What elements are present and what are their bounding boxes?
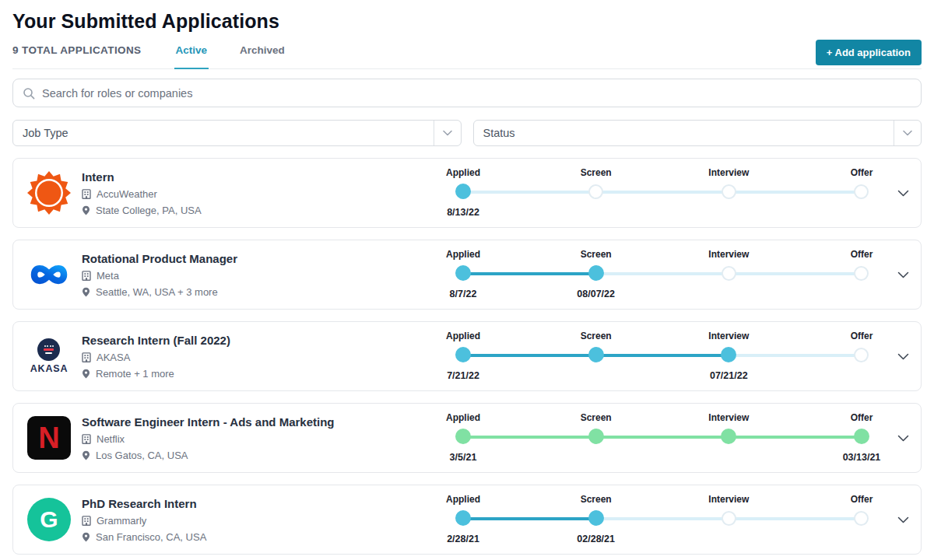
company-logo: AKASA <box>27 334 71 378</box>
stage-dot <box>455 429 471 444</box>
stage-label: Offer <box>851 494 873 506</box>
accuweather-sun-logo <box>27 171 71 215</box>
timeline-stage: Applied 8/7/22 <box>432 246 494 303</box>
location-text: San Francisco, CA, USA <box>96 531 206 543</box>
application-card[interactable]: AKASA Research Intern (Fall 2022) AKASA <box>12 321 922 391</box>
timeline-stages: Applied 8/13/22 Screen Interview Offer <box>432 164 893 222</box>
stage-label: Screen <box>581 412 612 424</box>
netflix-logo: N <box>27 416 71 460</box>
stage-dot <box>854 348 869 362</box>
location-pin-icon <box>82 287 90 297</box>
application-list: Intern AccuWeather State College, PA, US… <box>12 158 922 555</box>
building-icon <box>82 271 91 281</box>
search-box <box>12 79 922 107</box>
location-row: State College, PA, USA <box>82 205 424 216</box>
expand-card-chevron-down-icon[interactable] <box>893 158 913 228</box>
stage-date: 8/13/22 <box>447 207 479 219</box>
timeline-stage: Screen 02/28/21 <box>565 491 627 548</box>
location-row: Seattle, WA, USA + 3 more <box>82 286 424 298</box>
application-info: Research Intern (Fall 2022) AKASA Remote… <box>82 334 432 380</box>
meta-infinity-logo <box>27 253 71 296</box>
location-pin-icon <box>82 532 90 542</box>
stage-label: Screen <box>581 331 612 342</box>
stage-date: 07/21/22 <box>710 370 748 382</box>
timeline-stage: Screen <box>565 164 627 222</box>
expand-card-chevron-down-icon[interactable] <box>893 403 913 473</box>
page-title: Your Submitted Applications <box>12 10 922 33</box>
stage-date: 08/07/22 <box>577 289 615 300</box>
timeline-stage: Interview <box>697 409 760 467</box>
timeline-stages: Applied 8/7/22 Screen 08/07/22 Interview… <box>432 246 893 303</box>
company-name: Grammarly <box>97 515 146 527</box>
page: Your Submitted Applications 9 TOTAL APPL… <box>0 10 934 555</box>
job-type-filter[interactable]: Job Type <box>12 120 462 146</box>
application-card[interactable]: Intern AccuWeather State College, PA, US… <box>12 158 922 228</box>
stage-dot <box>455 265 471 281</box>
company-logo: N <box>27 416 71 460</box>
timeline-stage: Applied 2/28/21 <box>432 491 494 548</box>
status-filter[interactable]: Status <box>473 120 922 146</box>
grammarly-logo: G <box>27 498 71 541</box>
building-icon <box>82 434 91 444</box>
stage-date: 7/21/22 <box>447 370 479 382</box>
location-text: Los Gatos, CA, USA <box>96 450 188 461</box>
timeline-stage: Screen 08/07/22 <box>565 246 627 303</box>
stage-date: 8/7/22 <box>450 289 477 300</box>
role-title: Rotational Product Manager <box>82 252 424 265</box>
company-logo <box>27 253 71 296</box>
application-card[interactable]: Rotational Product Manager Meta Seattle,… <box>12 240 922 310</box>
stage-dot <box>588 184 603 199</box>
timeline-stage: Interview 07/21/22 <box>697 327 760 385</box>
timeline-stage: Applied 7/21/22 <box>432 327 494 385</box>
stage-label: Applied <box>446 167 480 179</box>
timeline-stage: Applied 3/5/21 <box>432 409 494 467</box>
stage-label: Interview <box>708 249 749 261</box>
location-row: San Francisco, CA, USA <box>82 531 424 543</box>
timeline-stage: Screen <box>565 327 627 385</box>
stage-dot <box>588 347 604 362</box>
akasa-wordmark: AKASA <box>30 363 68 374</box>
timeline-stage: Offer 03/13/21 <box>830 409 893 467</box>
stage-label: Offer <box>851 412 873 424</box>
status-filter-label: Status <box>483 127 515 139</box>
stage-label: Interview <box>708 494 749 506</box>
expand-card-chevron-down-icon[interactable] <box>893 485 913 555</box>
add-application-button[interactable]: + Add application <box>816 40 922 65</box>
building-icon <box>82 516 91 526</box>
application-timeline: Applied 8/7/22 Screen 08/07/22 Interview… <box>432 246 893 303</box>
application-card[interactable]: N Software Engineer Intern - Ads and Mar… <box>12 403 922 473</box>
total-applications-label: 9 TOTAL APPLICATIONS <box>12 37 142 68</box>
tab-active[interactable]: Active <box>174 37 209 69</box>
location-text: Remote + 1 more <box>96 368 174 380</box>
application-timeline: Applied 3/5/21 Screen Interview Offer <box>432 409 893 467</box>
company-row: Netflix <box>82 433 424 445</box>
company-name: AKASA <box>97 352 130 363</box>
stage-dot <box>722 266 736 281</box>
filter-row: Job Type Status <box>12 120 922 146</box>
expand-card-chevron-down-icon[interactable] <box>893 240 913 310</box>
stage-label: Applied <box>446 412 480 424</box>
stage-dot <box>455 184 471 199</box>
stage-dot <box>722 511 736 526</box>
expand-card-chevron-down-icon[interactable] <box>893 321 913 391</box>
company-row: Grammarly <box>82 515 424 527</box>
company-name: AccuWeather <box>97 188 157 200</box>
stage-dot <box>854 184 869 199</box>
job-type-filter-label: Job Type <box>23 127 68 139</box>
location-text: State College, PA, USA <box>96 205 202 216</box>
stage-label: Interview <box>708 412 749 424</box>
chevron-down-icon[interactable] <box>434 121 461 145</box>
company-row: AKASA <box>82 352 424 363</box>
application-info: PhD Research Intern Grammarly San Franci… <box>82 497 432 543</box>
stage-label: Offer <box>851 249 873 261</box>
search-input[interactable] <box>42 87 911 100</box>
tab-archived[interactable]: Archived <box>238 37 286 68</box>
location-pin-icon <box>82 205 90 215</box>
stage-label: Offer <box>851 167 873 179</box>
timeline-stage: Applied 8/13/22 <box>432 164 494 222</box>
stage-date: 02/28/21 <box>577 534 615 545</box>
application-card[interactable]: G PhD Research Intern Grammarly San Fran… <box>12 485 922 555</box>
role-title: Software Engineer Intern - Ads and Marke… <box>82 415 424 429</box>
company-logo: G <box>27 498 71 541</box>
chevron-down-icon[interactable] <box>894 121 921 145</box>
